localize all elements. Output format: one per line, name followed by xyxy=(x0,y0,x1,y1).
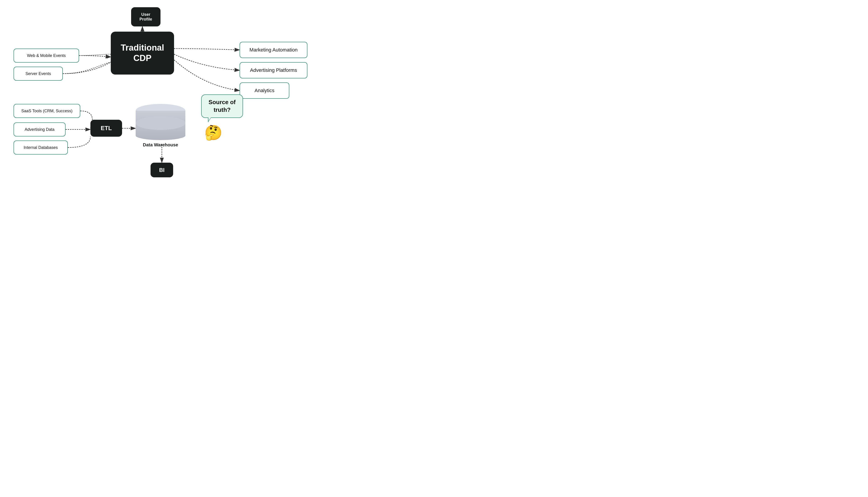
diagram-container: User Profile Traditional CDP ETL BI Web … xyxy=(0,0,325,186)
user-profile-box: User Profile xyxy=(131,7,160,26)
bi-box: BI xyxy=(151,163,173,178)
bi-label: BI xyxy=(159,167,165,173)
user-profile-label: User Profile xyxy=(139,12,152,22)
marketing-auto-box: Marketing Automation xyxy=(240,42,307,58)
advertising-data-label: Advertising Data xyxy=(25,127,55,132)
analytics-label: Analytics xyxy=(254,88,275,94)
server-box: Server Events xyxy=(14,67,63,81)
speech-bubble: Source of truth? xyxy=(201,95,243,118)
saas-box: SaaS Tools (CRM, Success) xyxy=(14,104,80,118)
speech-bubble-text: Source of truth? xyxy=(209,99,236,113)
analytics-box: Analytics xyxy=(240,83,289,99)
thinking-emoji: 🤔 xyxy=(204,124,222,141)
marketing-auto-label: Marketing Automation xyxy=(250,47,298,53)
data-warehouse-label: Data Warehouse xyxy=(136,142,185,147)
advertising-platforms-box: Advertising Platforms xyxy=(240,62,307,79)
internal-db-box: Internal Databases xyxy=(14,141,68,155)
data-warehouse-wrap: Data Warehouse xyxy=(136,104,185,147)
etl-box: ETL xyxy=(90,120,122,137)
cdp-box: Traditional CDP xyxy=(111,32,174,74)
cdp-label: Traditional CDP xyxy=(121,43,164,63)
data-warehouse-cylinder xyxy=(136,104,185,140)
advertising-platforms-label: Advertising Platforms xyxy=(250,67,297,73)
cylinder-mid xyxy=(136,116,185,130)
advertising-data-box: Advertising Data xyxy=(14,123,66,137)
internal-db-label: Internal Databases xyxy=(24,145,58,150)
server-label: Server Events xyxy=(25,71,51,76)
etl-label: ETL xyxy=(101,125,112,132)
web-mobile-box: Web & Mobile Events xyxy=(14,48,79,62)
web-mobile-label: Web & Mobile Events xyxy=(27,53,66,58)
saas-label: SaaS Tools (CRM, Success) xyxy=(21,109,72,113)
